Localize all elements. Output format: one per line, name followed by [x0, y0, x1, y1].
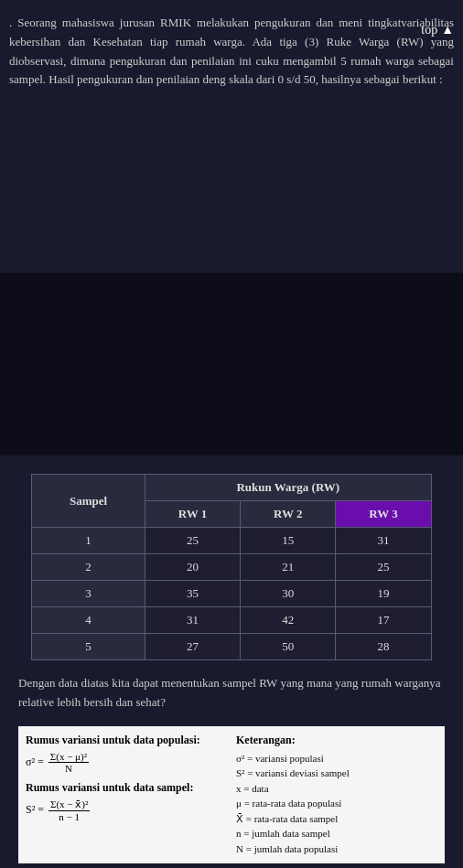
top-arrow-icon: ▲	[441, 23, 454, 38]
rw2-cell: 15	[241, 528, 336, 554]
rw3-cell: 25	[336, 554, 431, 581]
keterangan-item: S² = variansi deviasi sampel	[236, 766, 437, 781]
populasi-title: Rumus variansi untuk data populasi:	[26, 734, 227, 747]
sampel-title: Rumus variansi untuk data sampel:	[26, 781, 227, 795]
table-row: 1251531	[32, 528, 431, 554]
sampel-eq: S² = Σ(x − x̄)² n − 1	[26, 798, 227, 822]
populasi-denominator: N	[63, 763, 74, 774]
rw1-cell: 35	[145, 581, 240, 607]
sampel-header: Sampel	[32, 475, 145, 528]
data-table: Sampel Rukun Warga (RW) RW 1 RW 2 RW 3 1…	[31, 474, 431, 660]
sampel-cell: 4	[32, 607, 145, 634]
intro-text: . Seorang mahasiswa jurusan RMIK melakuk…	[9, 14, 454, 90]
rw1-cell: 27	[145, 634, 240, 660]
sigma-symbol: σ² =	[26, 755, 47, 769]
rw2-cell: 50	[241, 634, 336, 660]
populasi-eq: σ² = Σ(x − μ)² N	[26, 751, 227, 774]
table-row: 3353019	[32, 581, 431, 607]
dark-section	[0, 273, 463, 455]
rw3-cell: 19	[336, 581, 431, 607]
sampel-cell: 5	[32, 634, 145, 660]
sampel-cell: 2	[32, 554, 145, 581]
keterangan-list: σ² = variansi populasiS² = variansi devi…	[236, 751, 437, 857]
rw3-cell: 31	[336, 528, 431, 554]
rw1-cell: 20	[145, 554, 240, 581]
formula-box: Rumus variansi untuk data populasi: σ² =…	[18, 726, 445, 864]
sampel-cell: 1	[32, 528, 145, 554]
image-spacer	[0, 108, 463, 273]
top-bar[interactable]: top ▲	[421, 23, 454, 38]
keterangan-item: μ = rata-rata data populasi	[236, 796, 437, 811]
table-row: 5275028	[32, 634, 431, 660]
rw2-cell: 42	[241, 607, 336, 634]
rw2-cell: 30	[241, 581, 336, 607]
keterangan-item: N = jumlah data populasi	[236, 841, 437, 857]
formula-left: Rumus variansi untuk data populasi: σ² =…	[26, 734, 227, 857]
content-area: . Seorang mahasiswa jurusan RMIK melakuk…	[0, 0, 463, 108]
keterangan-item: X̄ = rata-rata data sampel	[236, 811, 437, 827]
formula-right: Keterangan: σ² = variansi populasiS² = v…	[236, 734, 437, 857]
question-text: Dengan data diatas kita dapat menentukan…	[18, 674, 445, 713]
rw3-cell: 17	[336, 607, 431, 634]
sampel-fraction: Σ(x − x̄)² n − 1	[48, 798, 90, 822]
rw2-cell: 21	[241, 554, 336, 581]
rw1-cell: 31	[145, 607, 240, 634]
s-symbol: S² =	[26, 803, 47, 817]
keterangan-title: Keterangan:	[236, 734, 437, 747]
sampel-numerator: Σ(x − x̄)²	[48, 798, 90, 811]
sampel-cell: 3	[32, 581, 145, 607]
rw1-header: RW 1	[145, 501, 240, 528]
table-row: 4314217	[32, 607, 431, 634]
table-row: 2202125	[32, 554, 431, 581]
keterangan-item: n = jumlah data sampel	[236, 826, 437, 841]
table-section: Sampel Rukun Warga (RW) RW 1 RW 2 RW 3 1…	[0, 465, 463, 868]
rw-header: Rukun Warga (RW)	[145, 475, 431, 501]
keterangan-item: σ² = variansi populasi	[236, 751, 437, 766]
populasi-numerator: Σ(x − μ)²	[48, 751, 89, 763]
rw1-cell: 25	[145, 528, 240, 554]
populasi-fraction: Σ(x − μ)² N	[48, 751, 89, 774]
rw3-cell: 28	[336, 634, 431, 660]
page-container: top ▲ . Seorang mahasiswa jurusan RMIK m…	[0, 0, 463, 868]
keterangan-item: x = data	[236, 781, 437, 797]
top-label: top	[421, 23, 437, 38]
rw3-header: RW 3	[336, 501, 431, 528]
sampel-denominator: n − 1	[57, 811, 81, 822]
rw2-header: RW 2	[241, 501, 336, 528]
